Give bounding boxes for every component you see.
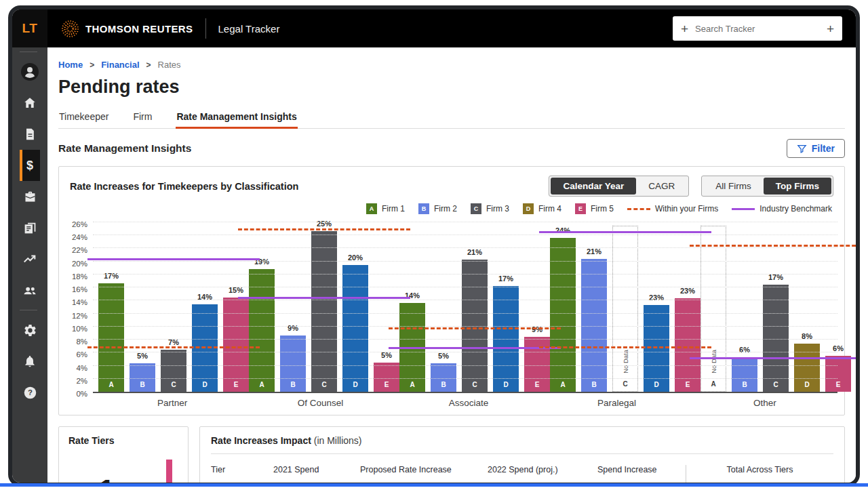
y-axis: 0%2%4%6%8%10%12%14%16%18%20%22%24%26% bbox=[62, 224, 93, 393]
industry-benchmark-line bbox=[539, 231, 711, 233]
industry-benchmark-line bbox=[87, 258, 260, 260]
bar-e: 5%E bbox=[374, 363, 399, 392]
legend-swatch-icon: B bbox=[418, 203, 429, 214]
tab-timekeeper[interactable]: Timekeeper bbox=[58, 107, 109, 128]
bar-d: 8%D bbox=[794, 344, 820, 392]
gridline bbox=[93, 339, 837, 340]
main-column: THOMSON REUTERS Legal Tracker + + Home>F… bbox=[47, 9, 856, 483]
sidebar-item-contacts[interactable] bbox=[20, 274, 40, 306]
bar-firm-letter: C bbox=[763, 381, 789, 388]
chart-card-header: Rate Increases for Timekeepers by Classi… bbox=[59, 167, 844, 201]
filter-button[interactable]: Filter bbox=[787, 139, 845, 158]
sidebar-item-settings[interactable] bbox=[20, 314, 40, 346]
breadcrumb-financial[interactable]: Financial bbox=[101, 60, 139, 70]
legend-label: Firm 5 bbox=[591, 204, 614, 214]
impact-title-main: Rate Increases Impact bbox=[211, 435, 311, 446]
filter-funnel-icon bbox=[797, 144, 807, 154]
sidebar-item-reports[interactable] bbox=[20, 212, 40, 243]
legend-industry-benchmark-line-icon bbox=[732, 208, 755, 210]
category-label-other: Other bbox=[691, 398, 839, 408]
bar-firm-letter: C bbox=[462, 381, 488, 388]
gridline bbox=[93, 287, 837, 287]
pages-icon bbox=[23, 221, 37, 235]
sidebar-item-financial[interactable]: $ bbox=[20, 150, 40, 181]
gear-icon bbox=[23, 323, 37, 338]
gridline bbox=[93, 313, 837, 314]
tab-firm[interactable]: Firm bbox=[132, 107, 153, 128]
legend-item-firm-3: CFirm 3 bbox=[471, 203, 509, 214]
bar-firm-letter: D bbox=[794, 381, 820, 388]
left-nav-rail: LT $? bbox=[12, 9, 47, 483]
bar-e: 6%E bbox=[825, 356, 851, 392]
home-icon bbox=[22, 96, 37, 110]
bar-firm-letter: D bbox=[342, 381, 368, 388]
search-add-icon[interactable]: + bbox=[681, 22, 688, 35]
toggle-option-cagr[interactable]: CAGR bbox=[636, 178, 687, 195]
legend-item-firm-2: BFirm 2 bbox=[418, 203, 457, 214]
toggle-period: Calendar YearCAGR bbox=[549, 176, 689, 197]
lt-logo: LT bbox=[12, 9, 47, 47]
gridline bbox=[93, 326, 837, 327]
bar-firm-letter: C bbox=[311, 381, 337, 388]
sidebar-item-analytics[interactable] bbox=[20, 243, 40, 274]
search-expand-icon[interactable]: + bbox=[827, 22, 834, 35]
bar-group-partner: 17%A5%B7%C14%D15%E bbox=[98, 224, 249, 392]
bar-value-label: 5% bbox=[424, 352, 463, 360]
breadcrumb-home[interactable]: Home bbox=[58, 60, 83, 70]
svg-text:?: ? bbox=[28, 388, 33, 396]
breadcrumb: Home>Financial>Rates bbox=[58, 60, 845, 70]
gridline bbox=[93, 222, 837, 222]
breadcrumb-chevron-icon: > bbox=[90, 60, 94, 70]
toggle-option-all-firms[interactable]: All Firms bbox=[703, 178, 764, 195]
y-axis-tick: 2% bbox=[76, 377, 87, 385]
legend-item-firm-1: AFirm 1 bbox=[366, 203, 405, 214]
search-box[interactable]: + + bbox=[673, 16, 842, 41]
bar-value-label: 6% bbox=[818, 344, 856, 352]
rate-tiers-card: Rate Tiers 1 bbox=[58, 426, 189, 483]
sidebar-item-home[interactable] bbox=[20, 87, 40, 119]
sidebar-item-matters[interactable] bbox=[20, 181, 40, 212]
bell-icon bbox=[23, 354, 37, 368]
y-axis-tick: 0% bbox=[76, 390, 87, 398]
tab-bar: TimekeeperFirmRate Management Insights bbox=[58, 107, 845, 129]
impact-title-subtext: (in Millions) bbox=[314, 435, 362, 446]
bar-firm-letter: A bbox=[550, 381, 576, 388]
y-axis-tick: 8% bbox=[76, 338, 87, 346]
toggle-option-top-firms[interactable]: Top Firms bbox=[764, 178, 831, 195]
breadcrumb-chevron-icon: > bbox=[146, 60, 151, 70]
bar-d: 20%D bbox=[342, 265, 368, 392]
bar-firm-letter: E bbox=[524, 381, 550, 388]
search-input[interactable] bbox=[695, 24, 820, 34]
tab-rate-management-insights[interactable]: Rate Management Insights bbox=[176, 107, 297, 128]
page-content: Home>Financial>Rates Pending rates Timek… bbox=[47, 47, 856, 483]
gridline bbox=[93, 261, 837, 262]
legend-item-firm-4: DFirm 4 bbox=[523, 203, 561, 214]
frame-blue-strip bbox=[0, 483, 868, 487]
legend-label: Firm 3 bbox=[486, 204, 509, 214]
legend-swatch-icon: D bbox=[523, 203, 534, 214]
x-axis-category-labels: PartnerOf CounselAssociateParalegalOther bbox=[93, 398, 844, 408]
y-axis-tick: 22% bbox=[72, 246, 87, 254]
sidebar-item-notifications[interactable] bbox=[20, 346, 40, 377]
sidebar-item-account[interactable] bbox=[20, 56, 40, 87]
rate-tiers-title: Rate Tiers bbox=[68, 435, 178, 446]
bar-a: 19%A bbox=[249, 269, 275, 392]
y-axis-tick: 26% bbox=[72, 220, 87, 228]
y-axis-tick: 18% bbox=[72, 272, 87, 281]
gridline bbox=[93, 300, 837, 300]
legend-within-your-firms-line-icon bbox=[627, 208, 650, 210]
y-axis-tick: 14% bbox=[72, 298, 87, 306]
legend-label: Firm 4 bbox=[538, 204, 561, 214]
toggle-option-calendar-year[interactable]: Calendar Year bbox=[551, 178, 636, 195]
sidebar-item-documents[interactable] bbox=[20, 119, 40, 150]
breadcrumb-rates: Rates bbox=[158, 60, 181, 70]
bar-firm-letter: B bbox=[280, 381, 306, 388]
bottom-cards-row: Rate Tiers 1 Rate Increases Impact (in M… bbox=[58, 426, 845, 483]
bar-firm-letter: E bbox=[825, 381, 851, 388]
top-bar: THOMSON REUTERS Legal Tracker + + bbox=[47, 9, 856, 47]
page-title: Pending rates bbox=[58, 77, 845, 98]
impact-col-total-across-tiers: Total Across Tiers bbox=[686, 465, 833, 483]
sidebar-item-help[interactable]: ? bbox=[20, 377, 40, 408]
y-axis-tick: 6% bbox=[76, 350, 87, 359]
rate-increases-impact-card: Rate Increases Impact (in Millions) Tier… bbox=[199, 426, 845, 483]
